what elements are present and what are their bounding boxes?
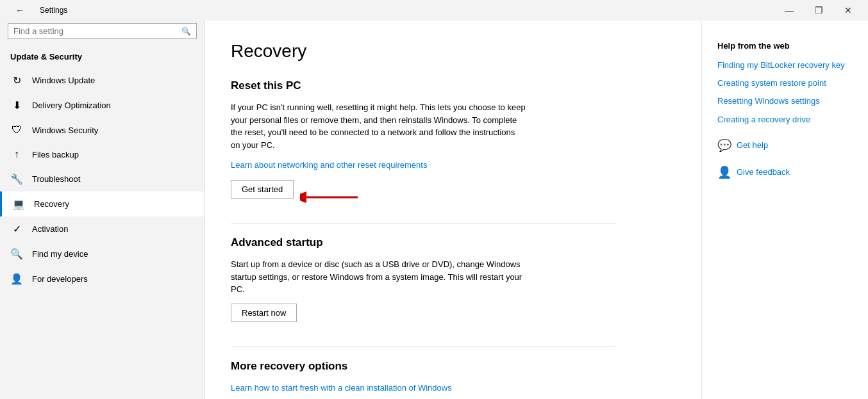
help-heading: Help from the web — [717, 41, 853, 51]
nav-items-container: ↻ Windows Update ⬇ Delivery Optimization… — [0, 68, 204, 291]
delivery-optimization-icon: ⬇ — [10, 99, 23, 111]
sidebar-item-delivery-optimization[interactable]: ⬇ Delivery Optimization — [0, 93, 204, 118]
sidebar-label-activation: Activation — [32, 224, 68, 234]
reset-pc-title: Reset this PC — [231, 79, 676, 92]
troubleshoot-icon: 🔧 — [10, 173, 23, 185]
help-link-1[interactable]: Creating system restore point — [717, 77, 853, 89]
sidebar-item-windows-security[interactable]: 🛡 Windows Security — [0, 118, 204, 142]
sidebar-label-recovery: Recovery — [34, 199, 69, 209]
sidebar-label-delivery-optimization: Delivery Optimization — [32, 101, 111, 110]
help-action-0[interactable]: 💬 Get help — [717, 138, 853, 152]
sidebar-item-find-my-device[interactable]: 🔍 Find my device — [0, 241, 204, 266]
sidebar-item-files-backup[interactable]: ↑ Files backup — [0, 142, 204, 167]
titlebar-back-button[interactable]: ← — [5, 0, 35, 20]
sidebar-item-troubleshoot[interactable]: 🔧 Troubleshoot — [0, 167, 204, 191]
restart-now-button[interactable]: Restart now — [231, 304, 297, 322]
get-started-button[interactable]: Get started — [231, 180, 294, 199]
windows-update-icon: ↻ — [10, 74, 23, 86]
reset-learn-link[interactable]: Learn about networking and other reset r… — [231, 160, 427, 170]
advanced-startup-title: Advanced startup — [231, 236, 676, 249]
files-backup-icon: ↑ — [10, 149, 23, 160]
reset-pc-desc: If your PC isn't running well, resetting… — [231, 101, 526, 151]
help-link-0[interactable]: Finding my BitLocker recovery key — [717, 60, 853, 71]
right-panel: Help from the web Finding my BitLocker r… — [701, 20, 868, 399]
activation-icon: ✓ — [10, 223, 23, 235]
sidebar-item-windows-update[interactable]: ↻ Windows Update — [0, 68, 204, 93]
sidebar-item-for-developers[interactable]: 👤 For developers — [0, 266, 204, 291]
titlebar: ← Settings — ❐ ✕ — [0, 0, 868, 20]
reset-pc-section: Reset this PC If your PC isn't running w… — [231, 79, 676, 216]
clean-install-link[interactable]: Learn how to start fresh with a clean in… — [231, 383, 452, 393]
help-link-3[interactable]: Creating a recovery drive — [717, 114, 853, 126]
help-links-container: Finding my BitLocker recovery keyCreatin… — [717, 60, 853, 126]
for-developers-icon: 👤 — [10, 273, 23, 285]
sidebar-label-find-my-device: Find my device — [32, 249, 88, 259]
windows-security-icon: 🛡 — [10, 124, 23, 136]
recovery-icon: 💻 — [12, 198, 25, 210]
help-actions-container: 💬 Get help 👤 Give feedback — [717, 138, 853, 179]
category-title: Update & Security — [0, 47, 204, 68]
titlebar-left: ← Settings — [5, 0, 67, 20]
back-arrow-icon: ← — [15, 5, 24, 15]
sidebar-item-activation[interactable]: ✓ Activation — [0, 216, 204, 241]
help-action-label-0: Get help — [737, 140, 768, 150]
advanced-startup-desc: Start up from a device or disc (such as … — [231, 258, 526, 296]
search-wrapper: 🔍 — [0, 20, 204, 47]
titlebar-controls: — ❐ ✕ — [774, 0, 863, 20]
sidebar-label-troubleshoot: Troubleshoot — [32, 174, 80, 184]
search-icon: 🔍 — [181, 27, 191, 36]
sidebar-label-files-backup: Files backup — [32, 150, 79, 159]
advanced-startup-section: Advanced startup Start up from a device … — [231, 236, 676, 340]
sidebar-label-windows-security: Windows Security — [32, 126, 98, 135]
find-my-device-icon: 🔍 — [10, 248, 23, 260]
search-input[interactable] — [13, 26, 181, 36]
get-started-wrapper: Get started — [231, 180, 676, 216]
red-arrow-annotation — [300, 184, 364, 213]
search-box[interactable]: 🔍 — [8, 23, 197, 39]
close-button[interactable]: ✕ — [833, 0, 863, 20]
more-recovery-title: More recovery options — [231, 360, 676, 373]
sidebar-label-for-developers: For developers — [32, 274, 88, 284]
help-action-icon-0: 💬 — [717, 138, 731, 152]
page-title: Recovery — [231, 41, 676, 61]
maximize-button[interactable]: ❐ — [804, 0, 833, 20]
section-divider-2 — [231, 346, 615, 347]
sidebar: 🔍 Update & Security ↻ Windows Update ⬇ D… — [0, 20, 205, 399]
more-recovery-section: More recovery options Learn how to start… — [231, 360, 676, 400]
help-link-2[interactable]: Resetting Windows settings — [717, 95, 853, 107]
help-action-icon-1: 👤 — [717, 165, 731, 179]
section-divider-1 — [231, 223, 615, 224]
sidebar-label-windows-update: Windows Update — [32, 76, 95, 85]
minimize-button[interactable]: — — [774, 0, 804, 20]
app-body: 🔍 Update & Security ↻ Windows Update ⬇ D… — [0, 20, 868, 399]
sidebar-item-recovery[interactable]: 💻 Recovery — [0, 191, 204, 216]
help-action-label-1: Give feedback — [737, 167, 790, 177]
help-action-1[interactable]: 👤 Give feedback — [717, 165, 853, 179]
titlebar-title: Settings — [40, 6, 67, 15]
main-content: Recovery Reset this PC If your PC isn't … — [205, 20, 701, 399]
